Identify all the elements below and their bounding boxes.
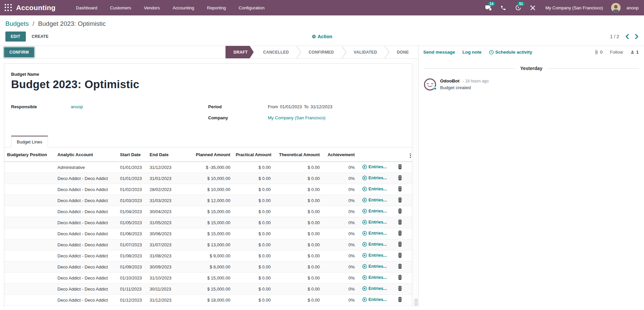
form-scrollbar[interactable]: [413, 59, 418, 307]
schedule-activity-button[interactable]: Schedule activity: [489, 50, 532, 55]
column-header-start-date[interactable]: Start Date: [117, 147, 147, 162]
status-step-done[interactable]: DONE: [389, 50, 416, 55]
user-avatar[interactable]: [611, 3, 621, 12]
period-value[interactable]: From01/01/2023To31/12/2023: [268, 104, 332, 109]
budget-line-row[interactable]: Deco Addict - Deco Addict01/01/202331/01…: [4, 173, 412, 184]
theoretical-amount-cell: $ 0.00: [273, 173, 322, 184]
budget-line-row[interactable]: Deco Addict - Deco Addict01/05/202331/05…: [4, 217, 412, 228]
entries-link[interactable]: Entries...: [362, 231, 387, 236]
entries-link[interactable]: Entries...: [362, 286, 387, 291]
budget-line-row[interactable]: Deco Addict - Deco Addict01/07/202331/07…: [4, 239, 412, 250]
budget-line-row[interactable]: Deco Addict - Deco Addict01/03/202331/03…: [4, 195, 412, 206]
top-menu-reporting[interactable]: Reporting: [202, 3, 231, 13]
delete-row-button[interactable]: [398, 231, 402, 236]
budget-title[interactable]: Budget 2023: Optimistic: [11, 78, 405, 91]
top-menu-configuration[interactable]: Configuration: [233, 3, 269, 13]
confirm-button[interactable]: CONFIRM: [4, 47, 34, 57]
entries-link[interactable]: Entries...: [362, 208, 387, 213]
optional-columns-toggle[interactable]: [406, 147, 412, 162]
status-step-cancelled[interactable]: CANCELLED: [256, 50, 296, 55]
apps-menu-icon[interactable]: [5, 4, 12, 11]
entries-link[interactable]: Entries...: [362, 275, 387, 280]
entries-link[interactable]: Entries...: [362, 242, 387, 247]
start-date-cell: 01/11/2023: [117, 284, 147, 295]
delete-row-button[interactable]: [398, 286, 402, 291]
column-header-analytic-account[interactable]: Analytic Account: [55, 147, 117, 162]
pager-previous-button[interactable]: [625, 34, 629, 39]
status-step-confirmed[interactable]: CONFIRMED: [301, 50, 341, 55]
delete-row-button[interactable]: [398, 186, 402, 191]
messages-badge: 14: [488, 2, 495, 6]
message-author[interactable]: OdooBot: [440, 78, 460, 83]
entries-link[interactable]: Entries...: [362, 253, 387, 258]
top-menu-accounting[interactable]: Accounting: [168, 3, 199, 13]
budget-line-row[interactable]: Deco Addict - Deco Addict01/04/202330/04…: [4, 206, 412, 217]
entries-cell: Entries...: [358, 206, 395, 217]
create-button[interactable]: CREATE: [29, 32, 52, 41]
entries-link[interactable]: Entries...: [362, 197, 387, 202]
column-header-planned-amount[interactable]: Planned Amount: [186, 147, 233, 162]
delete-row-button[interactable]: [398, 297, 402, 302]
responsible-value[interactable]: anoop: [71, 104, 83, 109]
status-step-draft[interactable]: DRAFT: [225, 46, 254, 58]
top-menu-customers[interactable]: Customers: [105, 3, 136, 13]
followers-button[interactable]: 1: [630, 50, 639, 55]
budget-line-row[interactable]: Deco Addict - Deco Addict01/06/202330/06…: [4, 228, 412, 239]
column-header-practical-amount[interactable]: Practical Amount: [233, 147, 273, 162]
user-menu[interactable]: anoop: [627, 5, 639, 10]
delete-row-button[interactable]: [398, 253, 402, 258]
entries-link[interactable]: Entries...: [362, 186, 387, 191]
top-menu-vendors[interactable]: Vendors: [139, 3, 165, 13]
delete-row-button[interactable]: [398, 264, 402, 269]
column-header-budgetary-position[interactable]: Budgetary Position: [4, 147, 55, 162]
planned-amount-cell: $ -35,000.00: [186, 162, 233, 173]
breadcrumb-budgets-link[interactable]: Budgets: [5, 20, 29, 27]
entries-link[interactable]: Entries...: [362, 297, 387, 302]
column-header-achievement[interactable]: Achievement: [322, 147, 357, 162]
attachments-button[interactable]: 0: [594, 50, 603, 55]
entries-link[interactable]: Entries...: [362, 264, 387, 269]
entries-link[interactable]: Entries...: [362, 164, 387, 169]
follow-button[interactable]: Follow: [610, 50, 623, 55]
log-note-button[interactable]: Log note: [463, 50, 482, 55]
status-step-validated[interactable]: VALIDATED: [346, 50, 385, 55]
top-menu-dashboard[interactable]: Dashboard: [71, 3, 103, 13]
app-name[interactable]: Accounting: [16, 4, 56, 12]
practical-amount-cell: $ 0.00: [233, 217, 273, 228]
scrollbar-thumb[interactable]: [414, 298, 418, 306]
delete-row-button[interactable]: [398, 208, 402, 213]
delete-row-button[interactable]: [398, 164, 402, 169]
delete-row-button[interactable]: [398, 242, 402, 247]
delete-row-button[interactable]: [398, 275, 402, 280]
column-header-end-date[interactable]: End Date: [147, 147, 186, 162]
budget-line-row[interactable]: Deco Addict - Deco Addict01/09/202330/09…: [4, 261, 412, 272]
company-switcher[interactable]: My Company (San Francisco): [545, 5, 603, 10]
budget-line-row[interactable]: Deco Addict - Deco Addict01/02/202328/02…: [4, 184, 412, 195]
chatter-message[interactable]: ♥ OdooBot - 18 hours ago Budget created: [419, 72, 644, 97]
delete-row-button[interactable]: [398, 175, 402, 180]
activities-icon[interactable]: 51: [513, 3, 524, 13]
circle-arrow-icon: [362, 209, 367, 213]
budget-line-row[interactable]: Deco Addict - Deco Addict01/10/202331/10…: [4, 272, 412, 284]
budget-line-row[interactable]: Deco Addict - Deco Addict01/12/202331/12…: [4, 295, 412, 306]
phone-icon[interactable]: [498, 3, 509, 13]
tools-icon[interactable]: [527, 3, 539, 13]
budget-line-row[interactable]: Deco Addict - Deco Addict01/11/202330/11…: [4, 284, 412, 295]
budget-line-row[interactable]: Deco Addict - Deco Addict01/08/202331/08…: [4, 250, 412, 261]
delete-row-button[interactable]: [398, 220, 402, 225]
company-value[interactable]: My Company (San Francisco): [268, 115, 326, 120]
delete-cell: [395, 261, 406, 272]
entries-link[interactable]: Entries...: [362, 175, 387, 180]
entries-link[interactable]: Entries...: [362, 220, 387, 225]
pager-next-button[interactable]: [635, 34, 639, 39]
delete-row-button[interactable]: [398, 197, 402, 202]
budget-line-row[interactable]: Administrative01/01/202331/12/2023$ -35,…: [4, 162, 412, 173]
budgetary-position-cell: [4, 261, 55, 272]
column-header-theoretical-amount[interactable]: Theoretical Amount: [273, 147, 322, 162]
messages-icon[interactable]: 14: [483, 3, 494, 13]
planned-amount-cell: $ 15,000.00: [186, 217, 233, 228]
action-menu-button[interactable]: ⚙ Action: [146, 34, 498, 39]
tab-budget-lines[interactable]: Budget Lines: [11, 136, 48, 147]
edit-button[interactable]: EDIT: [5, 32, 26, 42]
send-message-button[interactable]: Send message: [423, 50, 455, 55]
